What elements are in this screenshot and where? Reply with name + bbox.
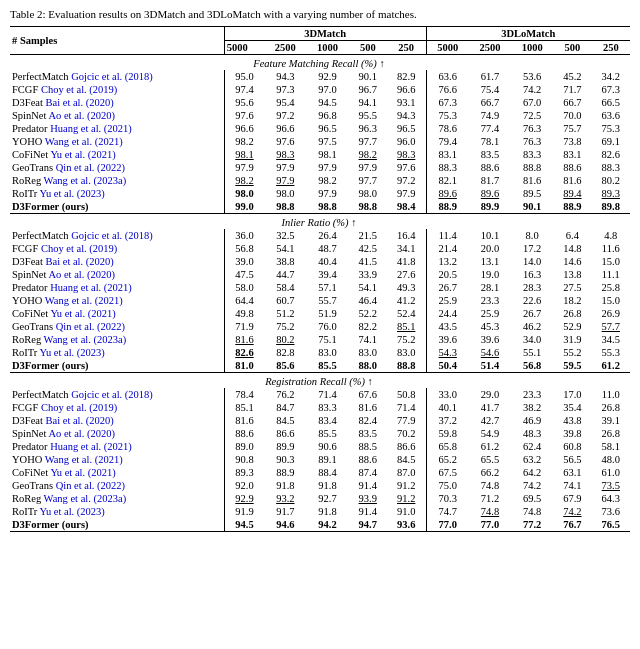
data-cell: 97.4 bbox=[224, 83, 264, 96]
data-cell: 26.8 bbox=[553, 307, 591, 320]
data-cell: 32.5 bbox=[264, 229, 306, 242]
table-row: SpinNet Ao et al. (2020)47.544.739.433.9… bbox=[10, 268, 630, 281]
citation: Yu et al. (2023) bbox=[40, 506, 105, 517]
col-2500-3dlm: 2500 bbox=[469, 41, 511, 55]
method-name: RoReg Wang et al. (2023a) bbox=[10, 492, 224, 505]
data-cell: 93.2 bbox=[264, 492, 306, 505]
data-cell: 96.6 bbox=[264, 122, 306, 135]
data-cell: 78.4 bbox=[224, 388, 264, 401]
data-cell: 97.2 bbox=[264, 109, 306, 122]
data-cell: 10.1 bbox=[469, 229, 511, 242]
data-cell: 19.0 bbox=[469, 268, 511, 281]
data-cell: 74.9 bbox=[469, 109, 511, 122]
data-cell: 46.2 bbox=[511, 320, 553, 333]
data-cell: 51.9 bbox=[306, 307, 348, 320]
data-cell: 54.9 bbox=[469, 427, 511, 440]
data-cell: 81.6 bbox=[553, 174, 591, 187]
data-cell: 28.3 bbox=[511, 281, 553, 294]
data-cell: 96.3 bbox=[349, 122, 387, 135]
data-cell: 94.3 bbox=[387, 109, 426, 122]
data-cell: 97.3 bbox=[264, 83, 306, 96]
data-cell: 54.1 bbox=[349, 281, 387, 294]
data-cell: 63.1 bbox=[553, 466, 591, 479]
data-cell: 31.9 bbox=[553, 333, 591, 346]
data-cell: 11.6 bbox=[592, 242, 630, 255]
data-cell: 83.1 bbox=[553, 148, 591, 161]
data-cell: 46.9 bbox=[511, 414, 553, 427]
data-cell: 70.0 bbox=[553, 109, 591, 122]
citation: Yu et al. (2023) bbox=[40, 347, 105, 358]
citation: Choy et al. (2019) bbox=[41, 243, 117, 254]
data-cell: 58.0 bbox=[224, 281, 264, 294]
data-cell: 91.4 bbox=[349, 479, 387, 492]
method-name: RoITr Yu et al. (2023) bbox=[10, 187, 224, 200]
data-cell: 97.6 bbox=[387, 161, 426, 174]
citation: Qin et al. (2022) bbox=[56, 162, 125, 173]
section-header: Registration Recall (%) ↑ bbox=[10, 373, 630, 389]
table-row: D3Feat Bai et al. (2020)95.695.494.594.1… bbox=[10, 96, 630, 109]
data-cell: 88.8 bbox=[511, 161, 553, 174]
citation: Choy et al. (2019) bbox=[41, 402, 117, 413]
data-cell: 21.5 bbox=[349, 229, 387, 242]
data-cell: 28.1 bbox=[469, 281, 511, 294]
method-name: Predator Huang et al. (2021) bbox=[10, 281, 224, 294]
data-cell: 82.8 bbox=[264, 346, 306, 359]
data-cell: 29.0 bbox=[469, 388, 511, 401]
data-cell: 14.8 bbox=[553, 242, 591, 255]
data-cell: 92.7 bbox=[306, 492, 348, 505]
method-name: RoITr Yu et al. (2023) bbox=[10, 346, 224, 359]
data-cell: 89.5 bbox=[511, 187, 553, 200]
data-cell: 39.6 bbox=[469, 333, 511, 346]
data-cell: 97.9 bbox=[306, 187, 348, 200]
table-caption: Table 2: Evaluation results on 3DMatch a… bbox=[10, 8, 630, 20]
data-cell: 67.3 bbox=[426, 96, 469, 109]
table-row: SpinNet Ao et al. (2020)97.697.296.895.5… bbox=[10, 109, 630, 122]
data-cell: 86.6 bbox=[387, 440, 426, 453]
data-cell: 75.4 bbox=[469, 83, 511, 96]
citation: Qin et al. (2022) bbox=[56, 480, 125, 491]
data-cell: 90.3 bbox=[264, 453, 306, 466]
section-header: Feature Matching Recall (%) ↑ bbox=[10, 55, 630, 71]
data-cell: 97.9 bbox=[306, 161, 348, 174]
data-cell: 26.7 bbox=[426, 281, 469, 294]
citation: Wang et al. (2021) bbox=[45, 136, 123, 147]
data-cell: 91.2 bbox=[387, 479, 426, 492]
data-cell: 20.5 bbox=[426, 268, 469, 281]
data-cell: 47.5 bbox=[224, 268, 264, 281]
data-cell: 82.4 bbox=[349, 414, 387, 427]
method-name: GeoTrans Qin et al. (2022) bbox=[10, 320, 224, 333]
method-name: CoFiNet Yu et al. (2021) bbox=[10, 307, 224, 320]
method-name: Predator Huang et al. (2021) bbox=[10, 440, 224, 453]
data-cell: 85.1 bbox=[387, 320, 426, 333]
data-cell: 75.7 bbox=[553, 122, 591, 135]
threedlomatch-header: 3DLoMatch bbox=[426, 27, 630, 41]
data-cell: 87.0 bbox=[387, 466, 426, 479]
data-cell: 90.8 bbox=[224, 453, 264, 466]
citation: Bai et al. (2020) bbox=[46, 97, 114, 108]
data-cell: 15.0 bbox=[592, 255, 630, 268]
col-250-3dlm: 250 bbox=[592, 41, 630, 55]
data-cell: 59.8 bbox=[426, 427, 469, 440]
data-cell: 91.8 bbox=[306, 505, 348, 518]
table-row: RoReg Wang et al. (2023a)98.297.998.297.… bbox=[10, 174, 630, 187]
table-row: RoITr Yu et al. (2023)91.991.791.891.491… bbox=[10, 505, 630, 518]
data-cell: 97.0 bbox=[306, 83, 348, 96]
data-cell: 97.9 bbox=[224, 161, 264, 174]
table-row: PerfectMatch Gojcic et al. (2018)36.032.… bbox=[10, 229, 630, 242]
data-cell: 61.2 bbox=[469, 440, 511, 453]
data-cell: 54.3 bbox=[426, 346, 469, 359]
data-cell: 74.8 bbox=[511, 505, 553, 518]
data-cell: 97.7 bbox=[349, 174, 387, 187]
data-cell: 26.8 bbox=[592, 427, 630, 440]
method-name: FCGF Choy et al. (2019) bbox=[10, 401, 224, 414]
data-cell: 6.4 bbox=[553, 229, 591, 242]
data-cell: 4.8 bbox=[592, 229, 630, 242]
data-cell: 63.2 bbox=[511, 453, 553, 466]
data-cell: 93.6 bbox=[387, 518, 426, 532]
data-cell: 96.5 bbox=[306, 122, 348, 135]
data-cell: 57.7 bbox=[592, 320, 630, 333]
data-cell: 82.6 bbox=[592, 148, 630, 161]
data-cell: 15.0 bbox=[592, 294, 630, 307]
data-cell: 71.4 bbox=[387, 401, 426, 414]
data-cell: 71.2 bbox=[469, 492, 511, 505]
